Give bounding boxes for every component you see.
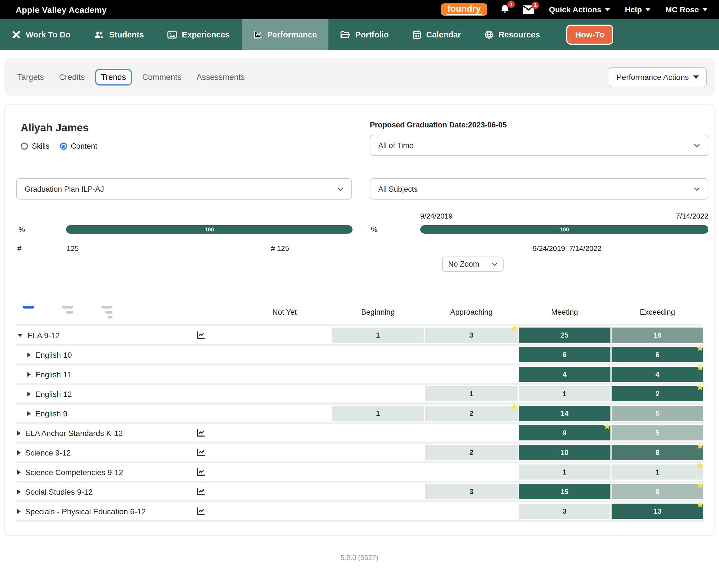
score-cell-slot: 15 bbox=[518, 484, 611, 499]
row-label[interactable]: Science 9-12 bbox=[16, 444, 238, 461]
chevron-down-icon bbox=[337, 187, 343, 191]
score-cell-slot bbox=[331, 386, 425, 401]
chevron-down-icon bbox=[694, 187, 700, 191]
row-label[interactable]: ELA Anchor Standards K-12 bbox=[16, 424, 238, 442]
score-cell-slot: 1 bbox=[518, 386, 611, 401]
tab-targets[interactable]: Targets bbox=[12, 69, 49, 84]
notifications-button[interactable]: 1 bbox=[500, 4, 510, 15]
chart-trend-icon[interactable] bbox=[196, 331, 205, 339]
folder-open-icon bbox=[340, 30, 350, 39]
score-cell: 2★ bbox=[612, 386, 703, 401]
score-cell-slot: 9★ bbox=[518, 425, 611, 440]
row-label-text: English 9 bbox=[35, 409, 67, 418]
how-to-button[interactable]: How-To bbox=[566, 25, 613, 45]
content-radio[interactable]: Content bbox=[60, 142, 97, 150]
count-min-value: 125 bbox=[66, 244, 79, 253]
score-cell-slot: 13★ bbox=[611, 504, 704, 519]
chart-trend-icon[interactable] bbox=[196, 467, 205, 477]
messages-button[interactable]: 1 bbox=[523, 5, 534, 14]
table-row: English 912★146 bbox=[16, 402, 703, 422]
caret-right-icon[interactable] bbox=[17, 489, 21, 494]
percent-slider[interactable]: 100 bbox=[66, 225, 353, 234]
score-cell-slot bbox=[425, 347, 518, 362]
star-icon: ★ bbox=[697, 344, 703, 352]
zoom-select[interactable]: No Zoom bbox=[442, 256, 504, 272]
caret-right-icon[interactable] bbox=[27, 372, 31, 376]
depth-3-button[interactable] bbox=[101, 306, 113, 319]
table-row: ELA Anchor Standards K-12 9★5 bbox=[16, 422, 703, 442]
foundry-logo[interactable]: foundry bbox=[441, 3, 487, 16]
score-cell: 2 bbox=[425, 445, 518, 460]
star-icon: ★ bbox=[697, 383, 703, 391]
tab-trends[interactable]: Trends bbox=[95, 68, 132, 85]
nav-tab-resources[interactable]: Resources bbox=[473, 19, 552, 50]
nav-tab-work-to-do[interactable]: Work To Do bbox=[0, 19, 82, 50]
nav-tab-portfolio[interactable]: Portfolio bbox=[328, 19, 400, 50]
caret-down-icon[interactable] bbox=[17, 333, 23, 337]
depth-1-button[interactable] bbox=[23, 306, 34, 309]
quick-actions-menu[interactable]: Quick Actions bbox=[549, 5, 610, 14]
notification-badge: 1 bbox=[507, 1, 515, 8]
radio-checked-icon bbox=[60, 143, 67, 150]
help-menu[interactable]: Help bbox=[625, 5, 651, 14]
nav-tab-calendar[interactable]: Calendar bbox=[401, 19, 473, 50]
nav-tab-experiences[interactable]: Experiences bbox=[156, 19, 241, 50]
people-icon bbox=[94, 30, 104, 39]
score-cell-slot bbox=[331, 484, 425, 499]
tab-comments[interactable]: Comments bbox=[137, 69, 186, 84]
performance-actions-button[interactable]: Performance Actions bbox=[609, 67, 707, 87]
chart-trend-icon[interactable] bbox=[196, 487, 205, 496]
score-cell-slot: 6 bbox=[518, 347, 611, 362]
caret-right-icon[interactable] bbox=[17, 470, 21, 474]
tab-assessments[interactable]: Assessments bbox=[191, 69, 249, 84]
row-label[interactable]: English 11 bbox=[16, 365, 238, 383]
caret-right-icon[interactable] bbox=[17, 450, 21, 455]
score-cell: 2★ bbox=[425, 406, 518, 421]
row-label[interactable]: English 12 bbox=[16, 385, 238, 402]
score-cell-slot: 10 bbox=[518, 445, 611, 460]
nav-tab-performance[interactable]: Performance bbox=[241, 19, 328, 50]
caret-right-icon[interactable] bbox=[27, 411, 31, 416]
score-cell-slot bbox=[331, 367, 425, 382]
caret-right-icon[interactable] bbox=[17, 509, 21, 513]
star-icon: ★ bbox=[511, 403, 518, 410]
chart-line-icon bbox=[253, 30, 262, 39]
table-row: Science Competencies 9-12 11★ bbox=[16, 461, 703, 481]
score-cell-slot: 2★ bbox=[425, 406, 518, 421]
skills-radio[interactable]: Skills bbox=[21, 142, 49, 150]
date-range-slider-panel: 9/24/2019 7/14/2022 % 100 9/24/2019 7/14… bbox=[370, 211, 708, 276]
user-menu[interactable]: MC Rose bbox=[665, 5, 708, 14]
caret-right-icon[interactable] bbox=[27, 352, 31, 357]
table-row: ELA 9-12 13★2518 bbox=[16, 324, 703, 344]
performance-subnav: Targets Credits Trends Comments Assessme… bbox=[4, 58, 715, 96]
row-label[interactable]: ELA 9-12 bbox=[16, 327, 238, 344]
chart-trend-icon[interactable] bbox=[196, 428, 205, 437]
caret-right-icon[interactable] bbox=[27, 392, 31, 396]
score-cell: 8★ bbox=[612, 484, 703, 499]
score-cell-slot: 2★ bbox=[611, 386, 704, 401]
chart-trend-icon[interactable] bbox=[196, 507, 205, 516]
subjects-select[interactable]: All Subjects bbox=[370, 178, 708, 200]
score-cell-slot: 3 bbox=[518, 504, 611, 519]
date-range-slider[interactable]: 100 bbox=[420, 225, 708, 234]
chevron-down-icon bbox=[645, 8, 651, 11]
depth-2-button[interactable] bbox=[62, 306, 73, 314]
row-label[interactable]: Science Competencies 9-12 bbox=[16, 463, 238, 481]
nav-tab-students[interactable]: Students bbox=[82, 19, 156, 50]
star-icon: ★ bbox=[604, 423, 611, 430]
percent-axis-label: % bbox=[18, 225, 25, 234]
score-cell: 4 bbox=[519, 367, 611, 382]
score-cell: 6 bbox=[612, 406, 703, 421]
row-label[interactable]: Specials - Physical Education 6-12 bbox=[16, 503, 238, 520]
table-row: Social Studies 9-12 3158★ bbox=[16, 481, 703, 500]
row-label[interactable]: English 10 bbox=[16, 346, 238, 363]
time-range-select[interactable]: All of Time bbox=[370, 135, 708, 156]
table-row: English 1144★ bbox=[16, 363, 703, 383]
row-label[interactable]: English 9 bbox=[16, 405, 238, 422]
score-cell-slot bbox=[238, 367, 331, 382]
graduation-plan-select[interactable]: Graduation Plan ILP-AJ bbox=[16, 178, 352, 200]
tab-credits[interactable]: Credits bbox=[54, 69, 90, 84]
caret-right-icon[interactable] bbox=[17, 430, 21, 435]
row-label[interactable]: Social Studies 9-12 bbox=[16, 483, 238, 500]
chart-trend-icon[interactable] bbox=[196, 448, 205, 457]
